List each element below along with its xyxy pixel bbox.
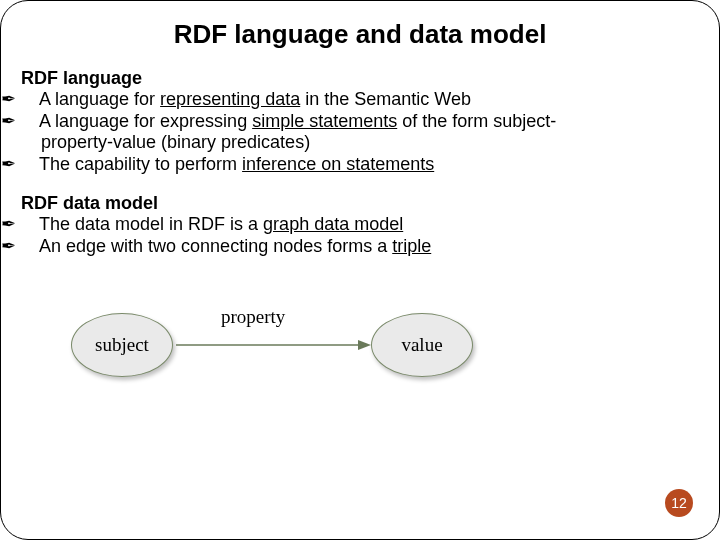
bullet-icon: ✒ <box>21 236 39 258</box>
diagram-node-subject: subject <box>71 313 173 377</box>
list-item: ✒The data model in RDF is a graph data m… <box>21 214 699 236</box>
text-underlined: graph data model <box>263 214 403 234</box>
svg-marker-1 <box>358 340 371 350</box>
text: A language for <box>39 89 160 109</box>
list-item: ✒The capability to perform inference on … <box>21 154 699 176</box>
text: A language for expressing <box>39 111 252 131</box>
diagram-arrow <box>176 344 366 346</box>
text-underlined: triple <box>392 236 431 256</box>
section-heading-rdf-data-model: RDF data model <box>21 193 699 214</box>
triple-diagram: subject property value <box>71 288 699 398</box>
bullet-list-rdf-data-model: ✒The data model in RDF is a graph data m… <box>21 214 699 257</box>
bullet-icon: ✒ <box>21 214 39 236</box>
text-underlined: representing data <box>160 89 300 109</box>
section-heading-rdf-language: RDF language <box>21 68 699 89</box>
diagram-node-value: value <box>371 313 473 377</box>
bullet-icon: ✒ <box>21 89 39 111</box>
diagram-edge-label: property <box>221 306 285 328</box>
slide-frame: RDF language and data model RDF language… <box>0 0 720 540</box>
text: The data model in RDF is a <box>39 214 263 234</box>
text: of the form subject- <box>397 111 556 131</box>
slide-title: RDF language and data model <box>21 19 699 50</box>
bullet-icon: ✒ <box>21 154 39 176</box>
arrow-icon <box>176 337 371 353</box>
text: in the Semantic Web <box>300 89 471 109</box>
list-item: ✒A language for expressing simple statem… <box>21 111 699 133</box>
list-item: ✒A language for representing data in the… <box>21 89 699 111</box>
text: An edge with two connecting nodes forms … <box>39 236 392 256</box>
text-underlined: simple statements <box>252 111 397 131</box>
list-item-continuation: property-value (binary predicates) <box>21 132 699 154</box>
bullet-icon: ✒ <box>21 111 39 133</box>
list-item: ✒An edge with two connecting nodes forms… <box>21 236 699 258</box>
text-underlined: inference on statements <box>242 154 434 174</box>
bullet-list-rdf-language: ✒A language for representing data in the… <box>21 89 699 175</box>
text: The capability to perform <box>39 154 242 174</box>
page-number-badge: 12 <box>665 489 693 517</box>
